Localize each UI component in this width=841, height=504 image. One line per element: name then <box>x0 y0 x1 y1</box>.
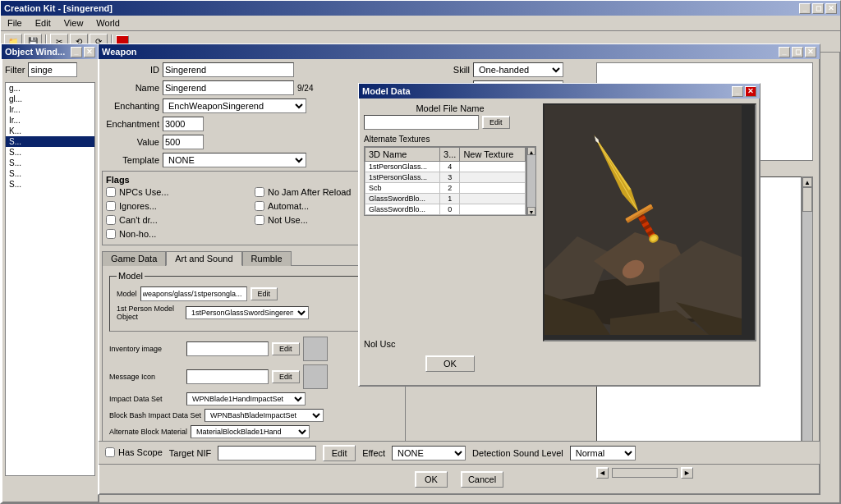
model-file-label: Model File Name <box>364 103 536 113</box>
obj-item-1[interactable]: gl... <box>6 94 94 104</box>
inventory-input[interactable] <box>186 341 269 356</box>
tex-idx-4: 0 <box>440 204 460 215</box>
id-input[interactable] <box>163 62 294 77</box>
flag-nojam-cb[interactable] <box>255 187 264 197</box>
message-icon-row: Message Icon Edit <box>109 364 398 389</box>
inventory-edit-btn[interactable]: Edit <box>272 342 300 355</box>
effect-select[interactable]: NONE <box>392 446 466 460</box>
weapon-minimize[interactable]: _ <box>779 47 790 57</box>
tex-idx-3: 1 <box>440 194 460 204</box>
name-input[interactable] <box>163 80 294 95</box>
has-scope-label: Has Scope <box>118 447 163 457</box>
weapon-close[interactable]: ✕ <box>805 47 816 57</box>
th-idx: 3... <box>440 148 460 162</box>
object-window-title: Object Wind... _ ✕ <box>2 44 99 59</box>
block-bash-select[interactable]: WPNBashBladeImpactSet <box>205 409 324 422</box>
flag-ignores-cb[interactable] <box>106 201 116 211</box>
restore-button[interactable]: ◻ <box>812 3 824 14</box>
model-data-close-x[interactable]: ✕ <box>745 86 756 97</box>
weapon-restore[interactable]: ◻ <box>792 47 803 57</box>
alt-block-select[interactable]: MaterialBlockBlade1Hand <box>191 425 310 438</box>
weapon-window-controls: _ ◻ ✕ <box>779 47 816 57</box>
flag-nonho-cb[interactable] <box>106 229 116 239</box>
enchanting-select[interactable]: EnchWeaponSingerend <box>163 99 306 113</box>
obj-item-3[interactable]: Ir... <box>6 115 94 126</box>
obj-item-2[interactable]: Ir... <box>6 104 94 115</box>
flag-npcs: NPCs Use... <box>106 187 253 197</box>
impact-select[interactable]: WPNBlade1HandImpactSet <box>186 392 306 405</box>
obj-item-5[interactable]: S... <box>6 136 94 147</box>
tex-scroll-down[interactable]: ▼ <box>527 207 535 215</box>
obj-item-9[interactable]: S... <box>6 179 94 190</box>
texture-row-0[interactable]: 1stPersonGlass... 4 <box>365 162 526 172</box>
texture-row-1[interactable]: 1stPersonGlass... 3 <box>365 172 526 183</box>
first-person-select[interactable]: 1stPersonGlassSwordSingerend <box>186 306 309 319</box>
weapon-window-title: Weapon _ ◻ ✕ <box>99 44 820 59</box>
flag-notuse-cb[interactable] <box>255 215 264 225</box>
skill-label: Skill <box>412 65 470 75</box>
tab-art-sound[interactable]: Art and Sound <box>166 251 241 266</box>
texture-table-wrap: 3D Name 3... New Texture 1stPersonGlass.… <box>364 146 526 216</box>
scroll-track <box>802 187 812 453</box>
minimize-button[interactable]: _ <box>799 3 811 14</box>
menu-edit[interactable]: Edit <box>32 17 54 29</box>
message-icon-input[interactable] <box>186 369 269 384</box>
obj-item-6[interactable]: S... <box>6 147 94 158</box>
filter-row: Filter <box>2 59 99 80</box>
message-icon-edit-btn[interactable]: Edit <box>272 370 300 383</box>
texture-row-3[interactable]: GlassSwordBlo... 1 <box>365 194 526 204</box>
obj-item-0[interactable]: g... <box>6 83 94 94</box>
obj-item-7[interactable]: S... <box>6 158 94 168</box>
close-button[interactable]: ✕ <box>825 3 837 14</box>
id-row: ID <box>102 62 406 77</box>
model-file-edit-btn[interactable]: Edit <box>482 116 510 129</box>
object-window-label: Object Wind... <box>5 47 65 57</box>
model-edit-btn[interactable]: Edit <box>250 287 278 300</box>
value-input[interactable] <box>163 135 204 149</box>
model-data-title: Model Data <box>362 86 411 96</box>
menu-view[interactable]: View <box>61 17 87 29</box>
obj-minimize[interactable]: _ <box>71 47 82 57</box>
model-input[interactable] <box>140 286 247 301</box>
tab-rumble[interactable]: Rumble <box>242 251 292 266</box>
obj-item-4[interactable]: K... <box>6 126 94 136</box>
flag-npcs-label: NPCs Use... <box>119 187 169 197</box>
flag-npcs-cb[interactable] <box>106 187 116 197</box>
model-groupbox: Model Model Edit 1st Person Model Object… <box>109 276 398 332</box>
filter-input[interactable] <box>28 62 77 77</box>
model-data-title-bar: Model Data _ ✕ <box>359 84 760 99</box>
target-nif-edit-btn[interactable]: Edit <box>323 445 356 461</box>
flag-cantdrop: Can't dr... <box>106 215 253 225</box>
model-ok-btn[interactable]: OK <box>425 355 475 372</box>
obj-close[interactable]: ✕ <box>84 47 95 57</box>
model-data-minimize[interactable]: _ <box>732 86 743 97</box>
scroll-up-btn[interactable]: ▲ <box>802 177 812 187</box>
object-window: Object Wind... _ ✕ Filter g... gl... Ir.… <box>1 44 99 503</box>
value-label: Value <box>102 137 159 147</box>
flag-nonho: Non-ho... <box>106 229 253 239</box>
tex-scroll-up[interactable]: ▲ <box>527 147 535 155</box>
impact-row: Impact Data Set WPNBlade1HandImpactSet <box>109 392 398 405</box>
menu-file[interactable]: File <box>4 17 25 29</box>
weapon-ok-btn[interactable]: OK <box>415 471 448 488</box>
weapon-cancel-btn[interactable]: Cancel <box>461 471 503 488</box>
skill-select[interactable]: One-handed <box>473 62 563 77</box>
scroll-thumb[interactable] <box>802 187 812 212</box>
flag-auto-label: Automat... <box>268 201 309 211</box>
texture-row-4[interactable]: GlassSwordBlo... 0 <box>365 204 526 215</box>
target-nif-input[interactable] <box>218 446 316 460</box>
model-file-input[interactable] <box>364 115 479 130</box>
th-newtex: New Texture <box>460 148 526 162</box>
template-select[interactable]: NONE <box>163 153 306 167</box>
obj-item-8[interactable]: S... <box>6 168 94 179</box>
tab-game-data[interactable]: Game Data <box>102 251 166 266</box>
flag-cantdrop-cb[interactable] <box>106 215 116 225</box>
enchantment-input[interactable] <box>163 117 204 131</box>
texture-row-2[interactable]: Scb 2 <box>365 183 526 194</box>
skill-row: Skill One-handed <box>412 62 586 77</box>
tex-idx-0: 4 <box>440 162 460 172</box>
detection-select[interactable]: Normal <box>570 446 636 460</box>
menu-world[interactable]: World <box>93 17 123 29</box>
flag-auto-cb[interactable] <box>255 201 264 211</box>
has-scope-cb[interactable] <box>105 447 115 457</box>
